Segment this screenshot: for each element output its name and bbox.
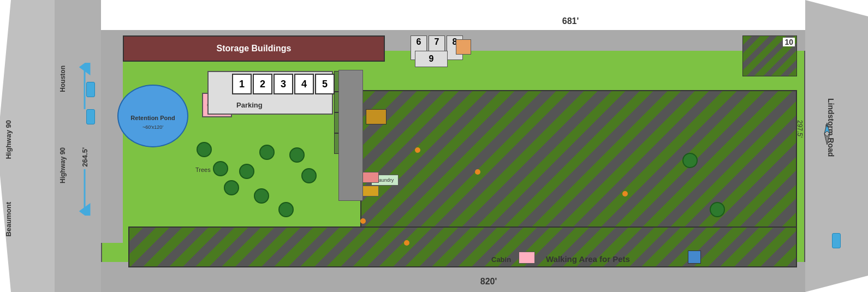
park-1: 1	[232, 74, 252, 94]
spot-10: 10	[742, 35, 797, 76]
orange-dot-3	[622, 191, 628, 196]
orange-dot-1	[415, 147, 420, 153]
park-4: 4	[294, 74, 314, 94]
walking-area-label: Walking Area for Pets	[546, 254, 630, 264]
compass: N	[813, 120, 841, 147]
pond-size: ~60'x120'	[117, 124, 188, 130]
svg-marker-5	[824, 134, 830, 145]
tree-3	[239, 164, 254, 179]
blue-square-legend	[688, 251, 701, 264]
car-3	[832, 233, 841, 248]
highway90-right-label: Highway 90	[59, 147, 67, 183]
map-container: Storage Buildings 10 6 7 8 9 Retention P…	[0, 0, 868, 292]
left-road	[55, 0, 101, 292]
cabin-pink	[519, 252, 535, 264]
small-box-orange	[456, 39, 471, 55]
spot-9: 9	[415, 51, 448, 67]
houston-label: Houston	[59, 65, 67, 92]
svg-text:N: N	[825, 123, 829, 128]
trees-label: Trees	[195, 166, 211, 173]
parking-numbers: 1 2 3 4 5	[232, 74, 335, 94]
orange-dot-4	[360, 218, 366, 224]
tree-6	[278, 202, 294, 217]
park-5: 5	[315, 74, 335, 94]
orange-dot-2	[475, 169, 480, 175]
dim-left: 264.5'	[81, 147, 89, 167]
dim-right: 297.5'	[796, 120, 804, 138]
car-2	[86, 109, 95, 124]
tree-7	[259, 145, 275, 160]
storage-buildings: Storage Buildings	[123, 35, 385, 62]
dim-top: 681'	[382, 16, 759, 26]
tree-2	[213, 161, 228, 176]
tree-8	[289, 147, 305, 163]
internal-road-left	[101, 30, 123, 243]
tree-4	[224, 180, 239, 195]
tree-9	[301, 168, 317, 183]
tree-right-2	[710, 202, 725, 217]
car-1	[86, 82, 95, 97]
parking-text: Parking	[236, 101, 263, 109]
main-parking-area	[360, 90, 797, 229]
yellow-box	[362, 186, 379, 196]
park-2: 2	[253, 74, 272, 94]
cabin-label: Cabin	[491, 255, 511, 264]
orange-dot-5	[404, 240, 409, 246]
tree-1	[197, 142, 212, 157]
retention-pond	[117, 85, 188, 147]
dim-bottom: 820'	[218, 277, 759, 287]
beaumont-label: Beaumont	[4, 202, 13, 237]
park-3: 3	[274, 74, 293, 94]
laundry-pink	[362, 172, 379, 183]
arrow-down-icon	[78, 166, 91, 216]
gray-road-inner	[338, 70, 363, 201]
tree-5	[254, 188, 269, 204]
highway90-label: Highway 90	[4, 120, 13, 159]
yellow-box-top	[366, 109, 387, 124]
tree-right-1	[682, 153, 698, 168]
